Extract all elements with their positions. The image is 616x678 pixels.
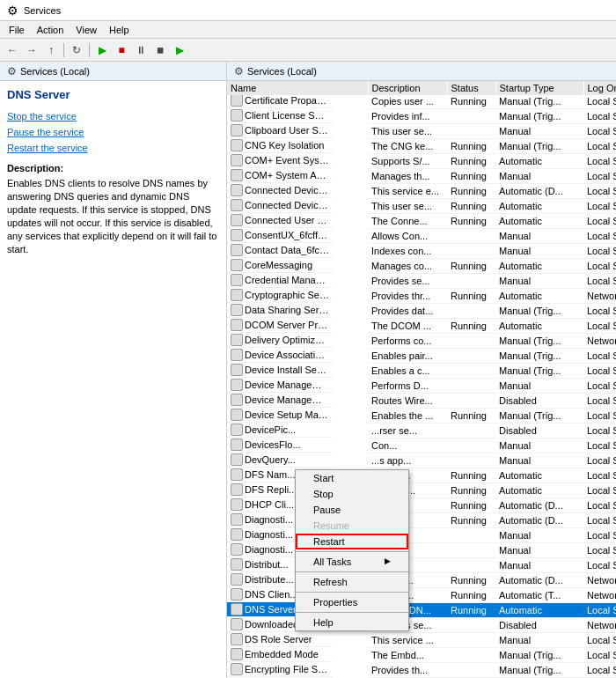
svc-desc: Performs D... (368, 378, 447, 393)
col-status[interactable]: Status (447, 81, 495, 96)
services-table-container[interactable]: Name Description Status Startup Type Log… (227, 81, 616, 678)
table-row[interactable]: DFS Repli... ...s yous... Running Automa… (227, 483, 616, 497)
properties-button[interactable]: ◼ (151, 41, 169, 59)
table-row[interactable]: Connected Devices Platfor... This servic… (227, 183, 616, 198)
separator-1 (63, 43, 64, 57)
svc-logon: Local Syste... (583, 213, 616, 228)
svc-logon: Local Syste... (583, 168, 616, 183)
svc-logon: Network S... (583, 617, 616, 632)
table-row[interactable]: DHCP Cli... ...rs an... Running Automati… (227, 497, 616, 512)
svc-status (447, 438, 495, 453)
table-row[interactable]: Device Install Service Enables a c... Ma… (227, 363, 616, 378)
stop-service-link[interactable]: Stop the service (7, 108, 219, 124)
ctx-resume: Resume (296, 518, 408, 534)
ctx-pause[interactable]: Pause (296, 502, 408, 518)
left-panel: ⚙ Services (Local) DNS Server Stop the s… (0, 62, 227, 678)
table-row[interactable]: DFS Nam... ...s you... Running Automatic… (227, 468, 616, 483)
svc-status (447, 303, 495, 318)
svc-name: DevQuery... (227, 453, 333, 468)
up-button[interactable] (42, 41, 60, 59)
ctx-stop[interactable]: Stop (296, 486, 408, 502)
col-logon[interactable]: Log On As (583, 81, 616, 96)
play-button[interactable] (93, 41, 111, 59)
svc-startup: Automatic (495, 258, 583, 273)
table-row[interactable]: Embedded Mode The Embd... Manual (Trig..… (227, 647, 616, 662)
ctx-refresh[interactable]: Refresh (296, 574, 408, 590)
stop-button[interactable] (113, 41, 130, 59)
svc-startup: Manual (495, 228, 583, 243)
svc-startup: Automatic (D... (495, 512, 583, 527)
svc-status (447, 632, 495, 647)
menu-action[interactable]: Action (32, 23, 70, 37)
svc-logon: Local Syste... (583, 423, 616, 438)
help-button[interactable]: ▶ (171, 41, 188, 59)
table-row[interactable]: ConsentUX_6fcffda1 Allows Con... Manual … (227, 228, 616, 243)
table-row[interactable]: Client License Service (ClipS... Provide… (227, 108, 616, 123)
table-row[interactable]: Clipboard User Service_6fcff... This use… (227, 123, 616, 138)
table-row[interactable]: CoreMessaging Manages co... Running Auto… (227, 258, 616, 273)
table-row[interactable]: DNS Server Enables DN... Running Automat… (227, 602, 616, 617)
table-row[interactable]: Delivery Optimization Performs co... Man… (227, 333, 616, 348)
table-row[interactable]: Connected User Experience... The Conne..… (227, 213, 616, 228)
table-row[interactable]: Connected Devices Platfor... This user s… (227, 198, 616, 213)
table-row[interactable]: Device Setup Manager Enables the ... Run… (227, 408, 616, 423)
menu-help[interactable]: Help (104, 23, 135, 37)
table-row[interactable]: DCOM Server Process Laun... The DCOM ...… (227, 318, 616, 333)
table-row[interactable]: DevQuery... ...s app... Manual Local Sys… (227, 453, 616, 468)
table-row[interactable]: Diagnosti... ...agno... Running Automati… (227, 512, 616, 527)
back-button[interactable] (4, 41, 21, 59)
service-links: Stop the service Pause the service Resta… (7, 108, 219, 156)
svc-logon: Local Syste... (583, 438, 616, 453)
pause-service-link[interactable]: Pause the service (7, 124, 219, 140)
menu-view[interactable]: View (70, 23, 102, 37)
ctx-help[interactable]: Help (296, 615, 408, 630)
up-icon (48, 44, 54, 56)
table-row[interactable]: CNG Key Isolation The CNG ke... Running … (227, 138, 616, 153)
svc-status (447, 453, 495, 468)
svc-startup: Automatic (495, 153, 583, 168)
pause-button[interactable] (132, 41, 150, 59)
table-row[interactable]: Device Management Enroll... Performs D..… (227, 378, 616, 393)
col-startup[interactable]: Startup Type (495, 81, 583, 96)
table-row[interactable]: Distribut... ...ins li... Manual Local S… (227, 557, 616, 572)
svc-logon: Network S... (583, 333, 616, 348)
table-row[interactable]: DS Role Server This service ... Manual L… (227, 632, 616, 647)
svc-startup: Manual (Trig... (495, 303, 583, 318)
table-row[interactable]: Data Sharing Service Provides dat... Man… (227, 303, 616, 318)
table-row[interactable]: Diagnosti... ...agno... Manual Local Sys… (227, 542, 616, 557)
svc-desc: Provides se... (368, 273, 447, 288)
menu-file[interactable]: File (4, 23, 30, 37)
restart-service-link[interactable]: Restart the service (7, 140, 219, 156)
table-row[interactable]: Device Management Wirele... Routes Wire.… (227, 393, 616, 408)
ctx-properties[interactable]: Properties (296, 594, 408, 610)
table-row[interactable]: Diagnosti... ...agno... Manual Local Sys… (227, 527, 616, 542)
table-row[interactable]: Cryptographic Services Provides thr... R… (227, 288, 616, 303)
svc-logon: Local Syste... (583, 483, 616, 497)
svc-status: Running (447, 168, 495, 183)
table-row[interactable]: Credential Manager Provides se... Manual… (227, 273, 616, 288)
table-row[interactable]: Distribute... ...inates... Running Autom… (227, 572, 616, 587)
svc-logon: Local Syste... (583, 363, 616, 378)
table-row[interactable]: COM+ System Application Manages th... Ru… (227, 168, 616, 183)
ctx-alltasks[interactable]: All Tasks (296, 554, 408, 570)
ctx-restart[interactable]: Restart (296, 534, 408, 549)
svc-desc: Con... (368, 438, 447, 453)
svc-status: Running (447, 153, 495, 168)
svc-desc: Manages th... (368, 168, 447, 183)
forward-button[interactable] (23, 41, 40, 59)
svc-startup: Disabled (495, 617, 583, 632)
col-name[interactable]: Name (227, 81, 368, 96)
table-row[interactable]: DevicePic... ...rser se... Disabled Loca… (227, 423, 616, 438)
table-row[interactable]: Encrypting File System (EFS) Provides th… (227, 662, 616, 677)
table-row[interactable]: Downloaded Maps Manager Windows se... Di… (227, 617, 616, 632)
svc-startup: Automatic (T... (495, 587, 583, 602)
col-description[interactable]: Description (368, 81, 447, 96)
table-row[interactable]: DNS Clien... DNS Cli... Running Automati… (227, 587, 616, 602)
table-row[interactable]: DevicesFlo... Con... Manual Local Syste.… (227, 438, 616, 453)
table-row[interactable]: Contact Data_6fcffda1 Indexes con... Man… (227, 243, 616, 258)
ctx-start[interactable]: Start (296, 470, 408, 486)
svc-name: DevicePic... (227, 423, 333, 438)
refresh-button[interactable] (68, 41, 85, 59)
table-row[interactable]: Device Association Service Enables pair.… (227, 348, 616, 363)
table-row[interactable]: COM+ Event System Supports S/... Running… (227, 153, 616, 168)
